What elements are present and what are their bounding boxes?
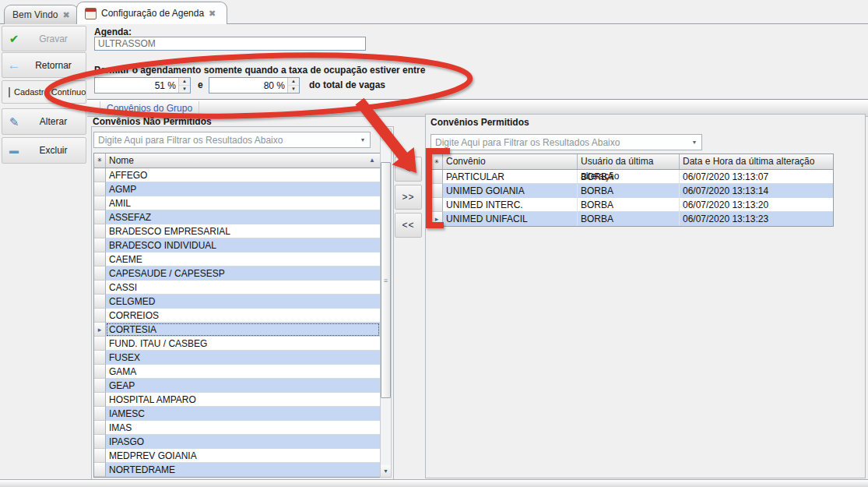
row-selector-cell[interactable] (94, 463, 106, 477)
right-filter-input[interactable] (431, 137, 687, 148)
row-selector-cell[interactable] (94, 295, 106, 309)
column-header-convenio[interactable]: Convênio (443, 154, 578, 169)
gravar-button[interactable]: ✔ Gravar (2, 26, 86, 51)
left-list-row[interactable]: IMAS (94, 421, 380, 435)
convenio-cell[interactable]: UNIMED INTERC. (443, 198, 578, 212)
data-hora-cell[interactable]: 06/07/2020 13:13:23 (680, 212, 833, 226)
row-selector-cell[interactable] (94, 281, 106, 295)
convenio-name-cell[interactable]: HOSPITAL AMPARO (106, 393, 380, 407)
excluir-button[interactable]: ▬ Excluir (2, 137, 86, 164)
spin-down-icon[interactable]: ▼ (288, 85, 299, 93)
move-all-right-button[interactable]: >> (395, 185, 422, 210)
left-list-row[interactable]: CASSI (94, 281, 380, 295)
scroll-down-icon[interactable]: ▼ (381, 465, 391, 477)
row-selector-cell[interactable] (431, 170, 443, 184)
left-list-scrollbar[interactable]: ▲ ≡ ▼ (380, 129, 392, 478)
row-selector-cell[interactable] (94, 379, 106, 393)
chevron-down-icon[interactable]: ▼ (356, 137, 370, 143)
convenio-name-cell[interactable]: AGMP (106, 182, 380, 196)
spin-down-icon[interactable]: ▼ (179, 85, 190, 93)
convenio-name-cell[interactable]: FUND. ITAU / CASBEG (106, 337, 380, 351)
convenio-name-cell[interactable]: CELGMED (106, 295, 380, 309)
convenio-name-cell[interactable]: ASSEFAZ (106, 210, 380, 224)
tab-convenios-do-grupo[interactable]: Convênios do Grupo (100, 101, 199, 115)
convenio-name-cell[interactable]: BRADESCO INDIVIDUAL (106, 238, 380, 252)
row-selector-cell[interactable] (94, 337, 106, 351)
left-list-row[interactable]: AFFEGO (94, 168, 380, 182)
convenio-name-cell[interactable]: FUSEX (106, 351, 380, 365)
convenio-name-cell[interactable]: CAEME (106, 252, 380, 266)
left-list-row[interactable]: AGMP (94, 182, 380, 196)
row-selector-cell[interactable] (431, 198, 443, 212)
close-icon[interactable]: ✖ (209, 9, 216, 18)
grid-star-icon[interactable]: ✳ (431, 154, 443, 169)
left-list-row[interactable]: CORREIOS (94, 309, 380, 323)
left-list-row[interactable]: GAMA (94, 365, 380, 379)
left-list-row[interactable]: ▸CORTESIA (94, 323, 380, 337)
row-selector-cell[interactable] (94, 210, 106, 224)
occupancy-min-input[interactable] (95, 78, 178, 93)
data-hora-cell[interactable]: 06/07/2020 13:13:14 (680, 184, 833, 198)
row-selector-cell[interactable] (94, 351, 106, 365)
left-list-row[interactable]: IPASGO (94, 435, 380, 449)
row-selector-cell[interactable] (94, 224, 106, 238)
convenio-name-cell[interactable]: IAMESC (106, 407, 380, 421)
convenio-name-cell[interactable]: CORREIOS (106, 309, 380, 323)
row-selector-cell[interactable] (431, 184, 443, 198)
cadastro-continuo-checkbox[interactable] (9, 87, 10, 97)
spin-up-icon[interactable]: ▲ (288, 78, 299, 85)
usuario-cell[interactable]: BORBA (578, 212, 680, 226)
occupancy-max-input[interactable] (209, 78, 287, 93)
left-list-row[interactable]: FUSEX (94, 351, 380, 365)
convenio-name-cell[interactable]: GAMA (106, 365, 380, 379)
convenio-name-cell[interactable]: CORTESIA (106, 323, 380, 337)
row-selector-cell[interactable] (94, 196, 106, 210)
row-selector-cell[interactable] (94, 421, 106, 435)
left-filter-input[interactable] (94, 135, 356, 146)
convenio-name-cell[interactable]: CASSI (106, 281, 380, 295)
right-list-row[interactable]: UNIMED GOIANIABORBA06/07/2020 13:13:14 (431, 184, 833, 198)
move-selected-left-button[interactable]: < (395, 157, 422, 182)
right-list-row[interactable]: PARTICULARBORBA06/07/2020 13:13:07 (431, 170, 833, 184)
row-selector-cell[interactable] (94, 238, 106, 252)
row-selector-cell[interactable] (94, 407, 106, 421)
left-list-row[interactable]: CELGMED (94, 295, 380, 309)
convenio-name-cell[interactable]: IMAS (106, 421, 380, 435)
row-selector-cell[interactable] (94, 266, 106, 281)
row-selector-cell[interactable]: ▸ (94, 323, 106, 337)
convenio-name-cell[interactable]: MEDPREV GOIANIA (106, 449, 380, 463)
convenio-name-cell[interactable]: AFFEGO (106, 168, 380, 182)
left-list-row[interactable]: IAMESC (94, 407, 380, 421)
data-hora-cell[interactable]: 06/07/2020 13:13:07 (680, 170, 833, 184)
convenio-cell[interactable]: PARTICULAR (443, 170, 578, 184)
usuario-cell[interactable]: BORBA (578, 170, 680, 184)
row-selector-cell[interactable]: ▸ (431, 212, 443, 226)
left-list-row[interactable]: ASSEFAZ (94, 210, 380, 224)
left-list-row[interactable]: BRADESCO EMPRESARIAL (94, 224, 380, 238)
row-selector-cell[interactable] (94, 168, 106, 182)
grid-star-icon[interactable]: ✳ (94, 154, 106, 168)
column-header-usuario[interactable]: Usuário da última alteração (578, 154, 680, 169)
usuario-cell[interactable]: BORBA (578, 198, 680, 212)
left-list-row[interactable]: HOSPITAL AMPARO (94, 393, 380, 407)
row-selector-cell[interactable] (94, 435, 106, 449)
data-hora-cell[interactable]: 06/07/2020 13:13:20 (680, 198, 833, 212)
usuario-cell[interactable]: BORBA (578, 184, 680, 198)
left-list-row[interactable]: MEDPREV GOIANIA (94, 449, 380, 463)
right-list-row[interactable]: UNIMED INTERC.BORBA06/07/2020 13:13:20 (431, 198, 833, 212)
retornar-button[interactable]: ← Retornar (2, 52, 86, 78)
left-list-row[interactable]: FUND. ITAU / CASBEG (94, 337, 380, 351)
move-all-left-button[interactable]: << (395, 213, 422, 238)
left-list-row[interactable]: GEAP (94, 379, 380, 393)
spin-up-icon[interactable]: ▲ (179, 78, 190, 85)
right-list-row[interactable]: ▸UNIMED UNIFACILBORBA06/07/2020 13:13:23 (431, 212, 833, 226)
left-list-row[interactable]: BRADESCO INDIVIDUAL (94, 238, 380, 252)
tab-bem-vindo[interactable]: Bem Vindo ✖ (4, 5, 79, 24)
row-selector-cell[interactable] (94, 393, 106, 407)
convenio-name-cell[interactable]: GEAP (106, 379, 380, 393)
column-header-nome[interactable]: Nome ▲ (106, 154, 380, 168)
convenio-name-cell[interactable]: NORTEDRAME (106, 463, 380, 477)
convenio-name-cell[interactable]: AMIL (106, 196, 380, 210)
scrollbar-thumb[interactable]: ≡ (381, 162, 391, 398)
chevron-down-icon[interactable]: ▼ (687, 139, 701, 145)
